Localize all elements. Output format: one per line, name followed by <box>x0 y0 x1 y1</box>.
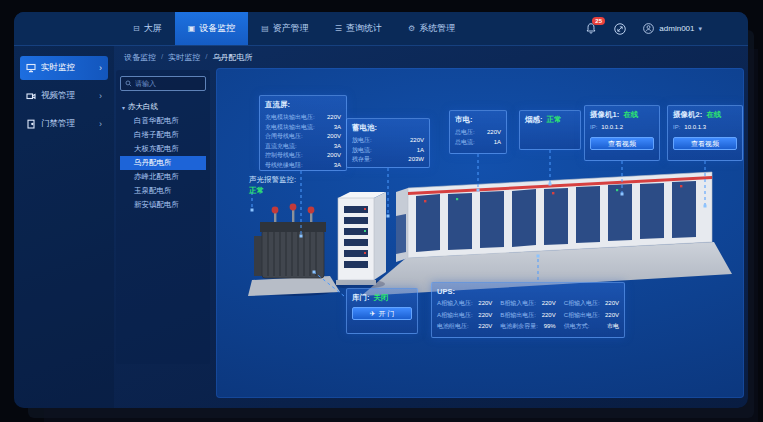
station-tree-panel: 赤大白线 白音华配电所 白塔子配电所 大板东配电所 乌丹配电所 赤峰北配电所 玉… <box>116 70 210 364</box>
metric-value: 220V <box>410 136 424 146</box>
tab-query-statistics[interactable]: ☰ 查询统计 <box>322 12 395 45</box>
card-title: 摄像机2: <box>673 110 702 120</box>
user-avatar-icon <box>642 22 655 35</box>
metric-value: 220V <box>478 299 492 309</box>
metric-value: 220V <box>605 299 619 309</box>
metric-label: B相输入电压: <box>500 299 536 309</box>
top-navigation-bar: ⊟ 大屏 ▣ 设备监控 ▤ 资产管理 ☰ 查询统计 ⚙ 系统管理 <box>14 12 748 46</box>
tree-item[interactable]: 赤峰北配电所 <box>120 170 206 184</box>
tab-label: 查询统计 <box>346 22 382 35</box>
metric-label: A相输出电压: <box>437 311 473 321</box>
chevron-right-icon <box>99 91 102 101</box>
sidebar-item-access-control[interactable]: 门禁管理 <box>20 112 108 136</box>
metric-label: 残存量: <box>352 155 372 165</box>
breadcrumb-item-current: 乌丹配电所 <box>212 52 252 63</box>
gear-icon: ⚙ <box>408 24 415 33</box>
tree-group[interactable]: 赤大白线 <box>120 100 206 114</box>
card-title: 直流屏: <box>265 100 341 110</box>
tree-item[interactable]: 白音华配电所 <box>120 114 206 128</box>
alarm-title: 声光报警监控: <box>249 174 296 185</box>
open-door-button[interactable]: 开 门 <box>352 307 412 320</box>
metric-value: 220V <box>487 128 501 138</box>
sidebar-item-label: 视频管理 <box>41 90 75 102</box>
dc-panel-card: 直流屏: 充电模块输出电压:220V 充电模块输出电流:3A 合闸母线电压:20… <box>259 95 347 171</box>
breadcrumb-item[interactable]: 实时监控 <box>168 52 200 63</box>
metric-label: 直流充电流: <box>265 142 297 152</box>
metric-label: 母线绝缘电阻: <box>265 161 303 171</box>
ip-label: IP: <box>673 123 680 133</box>
view-video-button[interactable]: 查看视频 <box>590 137 654 150</box>
metric-value: 220V <box>542 299 556 309</box>
metric-value: 3A <box>334 123 341 133</box>
ip-value: 10.0.1.3 <box>684 123 706 133</box>
metric-value: 200V <box>327 132 341 142</box>
card-title: UPS: <box>437 287 619 296</box>
metric-value: 3A <box>334 161 341 171</box>
status-badge: 关闭 <box>374 293 389 303</box>
card-title: 摄像机1: <box>590 110 619 120</box>
camera2-card: 摄像机2: 在线 IP: 10.0.1.3 查看视频 <box>667 105 743 161</box>
fullscreen-button[interactable] <box>613 22 627 36</box>
ip-value: 10.0.1.2 <box>601 123 623 133</box>
metric-label: 放电流: <box>352 146 372 156</box>
tree-item[interactable]: 白塔子配电所 <box>120 128 206 142</box>
station-3d-canvas: 直流屏: 充电模块输出电压:220V 充电模块输出电流:3A 合闸母线电压:20… <box>216 68 744 398</box>
tab-label: 系统管理 <box>419 22 455 35</box>
device-monitor-icon: ▣ <box>188 24 196 33</box>
username-text: admin001 <box>659 24 694 33</box>
tree-item[interactable]: 大板东配电所 <box>120 142 206 156</box>
metric-label: 合闸母线电压: <box>265 132 303 142</box>
breadcrumb-item[interactable]: 设备监控 <box>124 52 156 63</box>
query-icon: ☰ <box>335 24 342 33</box>
tree-search-box <box>120 76 206 91</box>
tab-device-monitor[interactable]: ▣ 设备监控 <box>175 12 249 45</box>
metric-label: 控制母线电压: <box>265 151 303 161</box>
metric-label: A相输入电压: <box>437 299 473 309</box>
metric-label: 充电模块输出电流: <box>265 123 315 133</box>
metric-value: 1A <box>417 146 424 156</box>
status-badge: 在线 <box>623 110 638 120</box>
sidebar-item-video-management[interactable]: 视频管理 <box>20 84 108 108</box>
metric-label: 供电方式: <box>564 322 590 332</box>
asset-icon: ▤ <box>261 24 269 33</box>
tree-item[interactable]: 新安镇配电所 <box>120 198 206 212</box>
tab-label: 设备监控 <box>199 22 235 35</box>
tab-asset-management[interactable]: ▤ 资产管理 <box>248 12 322 45</box>
tree-item[interactable]: 玉泉配电所 <box>120 184 206 198</box>
station-tree: 赤大白线 白音华配电所 白塔子配电所 大板东配电所 乌丹配电所 赤峰北配电所 玉… <box>120 100 206 212</box>
metric-value: 220V <box>478 311 492 321</box>
sidebar-item-label: 门禁管理 <box>41 118 75 130</box>
metric-label: 充电模块输出电压: <box>265 113 315 123</box>
breadcrumb-separator: / <box>205 52 207 63</box>
metric-label: C相输出电压: <box>564 311 600 321</box>
metric-value: 220V <box>542 311 556 321</box>
metric-value: 220V <box>327 113 341 123</box>
alarm-status: 正常 <box>249 185 296 196</box>
tree-item-selected[interactable]: 乌丹配电所 <box>120 156 206 170</box>
tab-label: 大屏 <box>144 22 162 35</box>
card-title: 烟感: <box>525 115 543 125</box>
tab-label: 资产管理 <box>273 22 309 35</box>
metric-label: 放电压: <box>352 136 372 146</box>
metric-label: 电池组电压: <box>437 322 469 332</box>
metric-value: 市电 <box>607 322 619 332</box>
sidebar-item-label: 实时监控 <box>41 62 75 74</box>
metric-value: 99% <box>544 322 556 332</box>
metric-value: 200V <box>327 151 341 161</box>
transformer <box>248 204 340 296</box>
user-menu[interactable]: admin001 <box>642 22 702 35</box>
search-input[interactable] <box>135 80 201 87</box>
tab-big-screen[interactable]: ⊟ 大屏 <box>120 12 175 45</box>
nav-tabs: ⊟ 大屏 ▣ 设备监控 ▤ 资产管理 ☰ 查询统计 ⚙ 系统管理 <box>120 12 468 45</box>
tab-system-management[interactable]: ⚙ 系统管理 <box>395 12 468 45</box>
notification-badge: 25 <box>592 17 605 25</box>
metric-value: 220V <box>478 322 492 332</box>
chevron-right-icon <box>99 63 102 73</box>
sidebar-item-realtime-monitor[interactable]: 实时监控 <box>20 56 108 80</box>
notification-bell-button[interactable]: 25 <box>584 22 598 36</box>
view-video-button[interactable]: 查看视频 <box>673 137 737 150</box>
monitor-icon <box>26 63 36 73</box>
metric-label: 总电流: <box>455 138 475 148</box>
topbar-right-cluster: 25 admin001 <box>584 12 748 45</box>
status-badge: 在线 <box>706 110 721 120</box>
